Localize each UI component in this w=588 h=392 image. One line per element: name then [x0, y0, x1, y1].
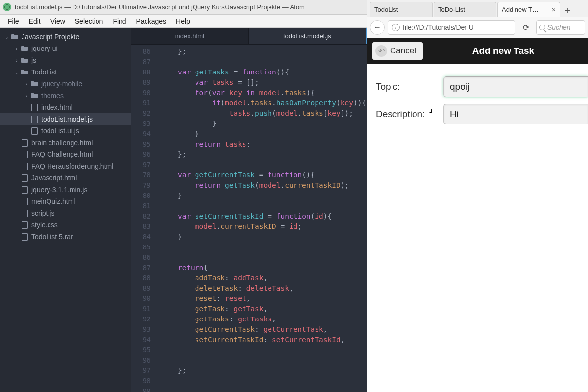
tree-item-label: todoList.ui.js [41, 127, 79, 135]
tree-item-label: jquery-mobile [41, 80, 82, 88]
atom-logo-icon [3, 3, 11, 11]
project-tree[interactable]: ⌄ Javascript Projekte ›jquery-ui›js⌄Todo… [0, 28, 131, 392]
tree-item-label: TodoList [31, 68, 57, 76]
tree-item[interactable]: ›jquery-mobile [0, 78, 131, 90]
browser-tab[interactable]: ToDo-List [434, 2, 496, 17]
task-form: Topic: Description: [367, 64, 588, 124]
firefox-window: TodoListToDo-ListAdd new T…×+ ← i file:/… [367, 0, 588, 392]
tree-item-label: todoList.model.js [41, 115, 93, 123]
tree-item-label: Javascript.html [31, 174, 77, 182]
url-text: file:///D:/Tutorials/Der U [403, 24, 474, 31]
file-icon [30, 103, 38, 111]
menu-help[interactable]: Help [171, 16, 195, 26]
tree-item[interactable]: index.html [0, 101, 131, 113]
folder-icon [11, 33, 19, 41]
search-box[interactable]: Suchen [536, 20, 585, 35]
code-body[interactable]: }; var getTasks = function(){ var tasks … [156, 45, 367, 392]
atom-title: todoList.model.js — D:\Tutorials\Der Ult… [15, 3, 305, 11]
chevron-icon: › [24, 81, 29, 87]
topic-label: Topic: [376, 81, 443, 92]
editor-tab[interactable]: todoList.model.js [249, 28, 367, 44]
browser-tabstrip[interactable]: TodoListToDo-ListAdd new T…×+ [367, 0, 588, 17]
search-placeholder: Suchen [547, 24, 570, 31]
menu-file[interactable]: File [3, 16, 24, 26]
browser-toolbar: ← i file:///D:/Tutorials/Der U ⟳ Suchen [367, 17, 588, 38]
tab-label: Add new T… [502, 6, 539, 13]
atom-titlebar: todoList.model.js — D:\Tutorials\Der Ult… [0, 0, 367, 15]
atom-menubar[interactable]: FileEditViewSelectionFindPackagesHelp [0, 15, 367, 28]
tree-item-label: jquery-ui [31, 45, 58, 52]
editor-pane: index.htmltodoList.model.js 86 87 88 89 … [131, 28, 367, 392]
url-bar[interactable]: i file:///D:/Tutorials/Der U [388, 20, 515, 35]
description-input[interactable] [443, 104, 588, 124]
tree-root[interactable]: ⌄ Javascript Projekte [0, 31, 131, 43]
tree-item[interactable]: Javascript.html [0, 172, 131, 184]
chevron-icon: ⌄ [14, 70, 20, 75]
cancel-button[interactable]: ↶ Cancel [372, 42, 423, 60]
browser-tab[interactable]: TodoList [370, 2, 433, 17]
tree-item-label: FAQ Herausforderung.html [31, 162, 113, 170]
editor-tab[interactable]: index.html [131, 28, 249, 44]
tree-item[interactable]: ›js [0, 54, 131, 66]
back-button[interactable]: ← [370, 20, 385, 35]
page-header: ↶ Cancel Add new Task [367, 38, 588, 64]
tree-item[interactable]: jquery-3.1.1.min.js [0, 184, 131, 196]
tree-item[interactable]: style.css [0, 219, 131, 231]
tree-item[interactable]: script.js [0, 207, 131, 219]
file-icon [21, 197, 28, 205]
reload-button[interactable]: ⟳ [518, 20, 533, 35]
tree-item-label: FAQ Challenge.html [31, 150, 93, 158]
file-icon [30, 127, 38, 135]
page-title: Add new Task [423, 46, 583, 56]
file-icon [21, 233, 28, 241]
tab-label: TodoList [374, 6, 398, 13]
folder-icon [30, 80, 38, 88]
gutter: 86 87 88 89 90 91 92 93 94 95 96 97 78 7… [131, 45, 156, 392]
cancel-label: Cancel [390, 46, 416, 56]
editor-tabs[interactable]: index.htmltodoList.model.js [131, 28, 367, 45]
menu-packages[interactable]: Packages [131, 16, 171, 26]
chevron-icon: › [14, 46, 20, 51]
file-icon [21, 209, 28, 217]
reload-icon: ⟳ [523, 23, 529, 32]
tree-item[interactable]: todoList.ui.js [0, 125, 131, 137]
menu-selection[interactable]: Selection [70, 16, 108, 26]
tree-item-label: meinQuiz.html [31, 197, 75, 205]
cursor-icon [425, 109, 429, 120]
chevron-icon: › [24, 93, 29, 98]
file-icon [21, 139, 28, 147]
tree-item[interactable]: ⌄TodoList [0, 66, 131, 78]
file-icon [21, 174, 28, 182]
tree-item-label: jquery-3.1.1.min.js [31, 186, 87, 194]
tree-item-label: js [31, 56, 36, 64]
info-icon[interactable]: i [392, 24, 400, 31]
tree-item[interactable]: todoList.model.js [0, 113, 131, 125]
tree-item[interactable]: brain challenge.html [0, 137, 131, 148]
code-editor[interactable]: 86 87 88 89 90 91 92 93 94 95 96 97 78 7… [131, 45, 367, 392]
menu-view[interactable]: View [46, 16, 70, 26]
tree-item-label: index.html [41, 103, 73, 111]
chevron-icon: › [14, 58, 20, 63]
tree-item[interactable]: FAQ Challenge.html [0, 148, 131, 160]
tree-item-label: TodoList 5.rar [31, 233, 73, 241]
search-icon [539, 24, 545, 30]
tree-root-label: Javascript Projekte [22, 33, 79, 41]
file-icon [21, 221, 28, 229]
menu-edit[interactable]: Edit [24, 16, 46, 26]
tree-item[interactable]: meinQuiz.html [0, 196, 131, 207]
menu-find[interactable]: Find [108, 16, 131, 26]
tree-item-label: script.js [31, 209, 54, 217]
topic-input[interactable] [443, 76, 588, 97]
tree-item[interactable]: ›jquery-ui [0, 43, 131, 54]
file-icon [21, 162, 28, 170]
new-tab-button[interactable]: + [561, 5, 574, 17]
close-icon[interactable]: × [549, 6, 556, 14]
tree-item[interactable]: ›themes [0, 90, 131, 101]
tree-item[interactable]: TodoList 5.rar [0, 231, 131, 243]
folder-icon [21, 45, 28, 52]
tree-item[interactable]: FAQ Herausforderung.html [0, 160, 131, 172]
browser-tab[interactable]: Add new T…× [497, 2, 560, 17]
description-label: Description: [376, 109, 443, 120]
page-content: ↶ Cancel Add new Task Topic: Description… [367, 38, 588, 392]
file-icon [30, 115, 38, 123]
